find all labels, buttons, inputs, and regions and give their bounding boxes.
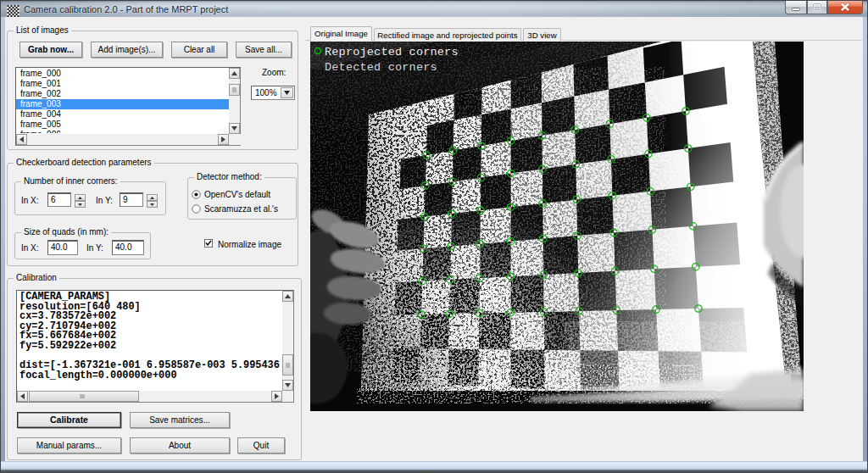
svg-text:Detected corners: Detected corners (325, 61, 437, 74)
svg-text:Reprojected corners: Reprojected corners (325, 46, 459, 58)
